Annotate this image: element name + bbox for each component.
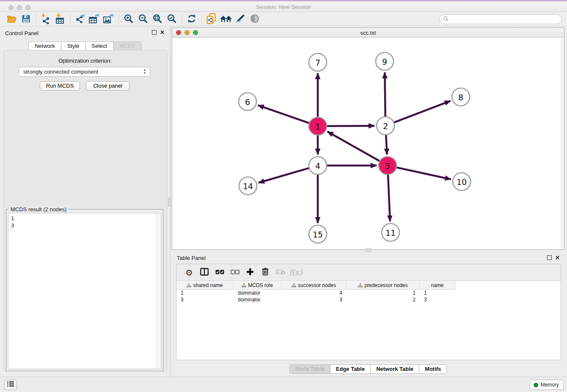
- column-header-successor-nodes[interactable]: successor nodes: [281, 282, 347, 290]
- tab-edge-table[interactable]: Edge Table: [330, 364, 370, 374]
- tab-select[interactable]: Select: [85, 41, 113, 50]
- tab-node-table[interactable]: Node Table: [289, 364, 330, 374]
- table-cell[interactable]: 3: [281, 296, 347, 303]
- graph-node-6[interactable]: 6: [239, 93, 256, 110]
- panel-splitter-handle-horizontal[interactable]: [366, 248, 372, 252]
- show-style-button[interactable]: [233, 14, 248, 25]
- zoom-fit-button[interactable]: [150, 14, 165, 25]
- table-cell[interactable]: 1: [420, 290, 455, 296]
- graph-edge-2-8[interactable]: [394, 101, 451, 122]
- graph-node-7[interactable]: 7: [309, 53, 327, 71]
- graph-edge-3-1[interactable]: [328, 132, 380, 161]
- run-mcds-button[interactable]: Run MCDS: [40, 81, 80, 91]
- table-cell[interactable]: dominator: [234, 290, 281, 296]
- column-header-shared-name[interactable]: shared name: [176, 282, 234, 290]
- close-table-panel-icon[interactable]: ✕: [555, 254, 560, 261]
- network-window-titlebar[interactable]: × − + scc.txt: [172, 28, 564, 38]
- graph-node-label: 8: [458, 93, 463, 102]
- export-network-button[interactable]: [73, 14, 87, 25]
- import-table-button[interactable]: [53, 14, 67, 25]
- graph-node-4[interactable]: 4: [309, 157, 327, 174]
- graph-node-14[interactable]: 14: [239, 177, 257, 195]
- delete-table-button[interactable]: [273, 266, 288, 279]
- app-title: Session: New Session: [0, 4, 567, 10]
- zoom-out-button[interactable]: [136, 14, 150, 25]
- tab-network-table[interactable]: Network Table: [370, 364, 419, 374]
- column-header-predecessor-nodes[interactable]: predecessor nodes: [347, 282, 420, 290]
- tab-style[interactable]: Style: [61, 41, 85, 50]
- add-column-button[interactable]: [242, 266, 258, 279]
- memory-button[interactable]: Memory: [530, 380, 564, 390]
- fx-icon: f(x): [289, 268, 303, 277]
- mcds-result-scrollbar[interactable]: [156, 213, 161, 369]
- table-cell[interactable]: 3: [176, 296, 234, 303]
- export-image-button[interactable]: [102, 14, 116, 25]
- graph-edge-1-2[interactable]: [327, 126, 374, 126]
- column-header-mcds-role[interactable]: MCDS role: [234, 282, 281, 290]
- task-history-button[interactable]: [4, 380, 17, 390]
- network-window-title: scc.txt: [172, 30, 564, 36]
- table-cell[interactable]: 2: [347, 296, 420, 303]
- float-table-panel-icon[interactable]: [547, 255, 552, 260]
- import-network-button[interactable]: [39, 14, 53, 25]
- column-layout-button[interactable]: [197, 266, 212, 279]
- close-panel-button[interactable]: Close panel: [86, 81, 129, 91]
- network-graph-canvas[interactable]: 7968124314101511: [172, 38, 564, 249]
- table-cell[interactable]: dominator: [234, 296, 281, 303]
- function-builder-button[interactable]: f(x): [288, 266, 303, 279]
- select-stepper-icon: ▲▼: [142, 68, 147, 76]
- optimization-criterion-select[interactable]: strongly connected component ▲▼: [19, 67, 150, 77]
- open-session-button[interactable]: [4, 14, 19, 25]
- graph-node-2[interactable]: 2: [377, 117, 394, 135]
- graph-edge-3-11[interactable]: [388, 175, 390, 221]
- first-neighbors-button[interactable]: [219, 14, 233, 25]
- table-row[interactable]: 1dominator411: [176, 290, 561, 296]
- table-cell[interactable]: 3: [420, 296, 455, 303]
- export-table-button[interactable]: [87, 14, 102, 25]
- tab-network[interactable]: Network: [28, 41, 61, 50]
- graph-edge-3-10[interactable]: [396, 168, 451, 179]
- zoom-selected-button[interactable]: [165, 14, 179, 25]
- mcds-result-group: MCDS result (2 nodes) 1 3: [6, 209, 163, 371]
- save-session-button[interactable]: [19, 14, 33, 25]
- zoom-selected-icon: [167, 14, 176, 25]
- graph-edge-4-14[interactable]: [259, 168, 309, 183]
- gear-icon: ⚙: [185, 268, 193, 278]
- graph-node-9[interactable]: 9: [376, 52, 394, 70]
- graph-node-1[interactable]: 1: [309, 117, 327, 135]
- close-panel-icon[interactable]: ✕: [160, 29, 165, 36]
- clone-network-button[interactable]: [204, 14, 219, 25]
- memory-label: Memory: [541, 382, 559, 388]
- mcds-result-title: MCDS result (2 nodes): [9, 206, 68, 213]
- table-settings-button[interactable]: ⚙: [182, 266, 197, 279]
- graph-edge-1-6[interactable]: [258, 105, 309, 123]
- graph-node-15[interactable]: 15: [309, 225, 327, 243]
- tab-mcds[interactable]: MCDS: [113, 41, 142, 50]
- deselect-all-columns-button[interactable]: [227, 266, 242, 279]
- global-search[interactable]: [439, 14, 562, 24]
- graph-node-10[interactable]: 10: [453, 173, 471, 190]
- graph-edge-2-3[interactable]: [386, 135, 387, 155]
- network-vertical-scrollbar[interactable]: [561, 38, 564, 249]
- table-cell[interactable]: 1: [176, 290, 234, 296]
- graph-node-8[interactable]: 8: [452, 88, 470, 106]
- float-panel-icon[interactable]: [152, 30, 157, 35]
- graph-node-label: 11: [385, 228, 396, 237]
- column-header-name[interactable]: name: [420, 282, 455, 290]
- table-row[interactable]: 3dominator323: [176, 296, 561, 303]
- table-cell[interactable]: 4: [281, 290, 347, 296]
- graph-node-3[interactable]: 3: [379, 157, 396, 174]
- search-input[interactable]: [449, 16, 561, 23]
- zoom-in-button[interactable]: [121, 14, 136, 25]
- birdseye-view-button[interactable]: [248, 14, 262, 25]
- tab-motifs[interactable]: Motifs: [419, 364, 447, 374]
- graph-edge-2-9[interactable]: [385, 72, 385, 116]
- mcds-result-text[interactable]: 1 3: [8, 213, 161, 369]
- table-cell[interactable]: 1: [347, 290, 420, 296]
- refresh-view-button[interactable]: [184, 14, 199, 25]
- panel-splitter-handle-vertical[interactable]: [168, 198, 172, 207]
- graph-node-11[interactable]: 11: [382, 224, 399, 241]
- checked-boxes-icon: [215, 269, 224, 276]
- delete-column-button[interactable]: [258, 266, 273, 279]
- select-all-columns-button[interactable]: [212, 266, 227, 279]
